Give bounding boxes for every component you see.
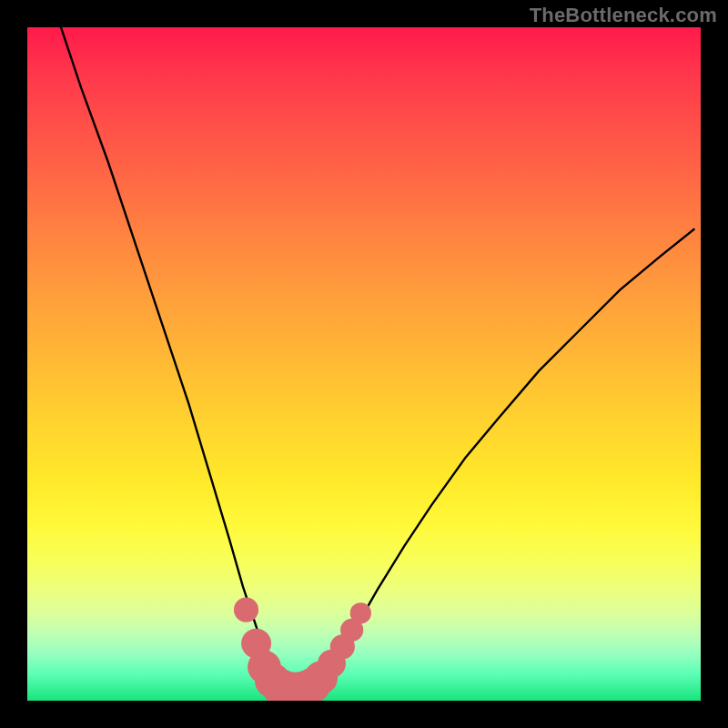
- chart-frame: TheBottleneck.com: [0, 0, 728, 728]
- curve-markers: [234, 598, 371, 701]
- watermark-text: TheBottleneck.com: [530, 4, 717, 27]
- curve-marker: [350, 602, 371, 623]
- bottleneck-curve: [61, 27, 694, 691]
- plot-area: [27, 27, 701, 701]
- curve-marker: [234, 598, 258, 622]
- chart-overlay: [27, 27, 701, 701]
